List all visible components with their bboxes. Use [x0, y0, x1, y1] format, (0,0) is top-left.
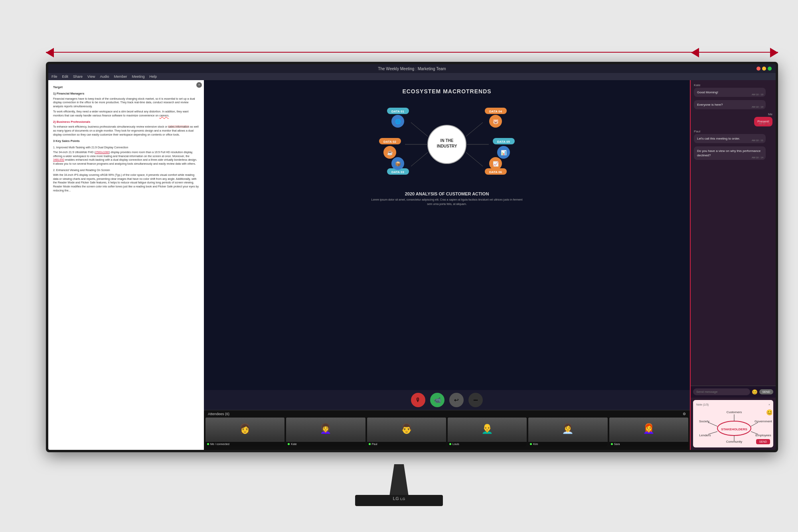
- svg-text:Government: Government: [755, 420, 772, 423]
- minimize-dot[interactable]: [762, 67, 766, 71]
- attendee-kim-face: 👩‍💼: [528, 418, 607, 440]
- attendee-paul-label: Paul: [367, 442, 446, 446]
- svg-text:😊: 😊: [766, 409, 772, 416]
- note-panel: Note (1/3) × 😊 STAKEHOLDERS Custome: [693, 400, 773, 447]
- resolution-link: 2560x1080: [95, 151, 109, 154]
- ksp2-text: With the 34-inch IPS display covering sR…: [53, 173, 199, 193]
- attendee-kate-label: Kate: [286, 442, 365, 446]
- presentation-area: ECOSYSTEM MACROTRENDS IN THE INDUSTRY: [204, 80, 690, 390]
- svg-text:IN THE: IN THE: [440, 138, 454, 143]
- menu-member[interactable]: Member: [114, 75, 127, 79]
- analysis-title: 2020 ANALYSIS OF CUSTOMER ACTION: [405, 191, 489, 196]
- menu-view[interactable]: View: [87, 75, 95, 79]
- doc-section1-title: 1) Financial Managers: [53, 92, 199, 96]
- attendee-sara-face: 👩‍🦰: [609, 418, 688, 440]
- analysis-text: Lorem ipsum dolor sit amet, consectetur …: [371, 198, 523, 206]
- arrow-line-full: [46, 52, 778, 53]
- attendee-paul-face: 👨: [367, 418, 446, 440]
- sub-arrow-line: [690, 52, 778, 53]
- attendees-grid: 👩 Me / connected 👩‍🦱 Kate: [204, 418, 690, 446]
- doc-section1-text: Financial managers have to keep track of…: [53, 97, 199, 108]
- svg-text:🌐: 🌐: [395, 118, 401, 124]
- lg-logo: LG LG: [393, 496, 405, 501]
- send-button[interactable]: SEND: [759, 389, 773, 394]
- document-panel: × Target 1) Financial Managers Financial…: [48, 80, 204, 450]
- ksp1-title: 1. Improved Multi-Tasking with 21:9 Dual…: [53, 146, 199, 150]
- menu-audio[interactable]: Audio: [100, 75, 109, 79]
- attendee-sara: 👩‍🦰 Sara: [609, 418, 688, 446]
- menu-edit[interactable]: Edit: [62, 75, 69, 79]
- chat-bubble-3: Present! AM 10 : 12: [754, 117, 772, 126]
- share-icon: ↩: [454, 397, 459, 403]
- more-button[interactable]: •••: [468, 393, 483, 407]
- attendee-kate: 👩‍🦱 Kate: [286, 418, 365, 446]
- doc-section2-title: 2) Business Professionals: [53, 120, 199, 124]
- chat-bubble-2: Everyone is here? AM 10 : 10: [694, 100, 766, 109]
- chat-sender-paul: Paul: [694, 130, 772, 133]
- menu-file[interactable]: File: [51, 75, 57, 79]
- more-icon: •••: [474, 398, 478, 402]
- chat-time-1: AM 10 : 10: [752, 93, 763, 96]
- svg-line-3: [411, 122, 428, 136]
- chat-msg-paul: Paul Let's call this meeting to order. A…: [694, 130, 772, 143]
- emoji-icon[interactable]: 😊: [752, 389, 758, 395]
- chat-time-4: AM 10 : 11: [752, 139, 763, 142]
- chat-input[interactable]: [693, 388, 750, 395]
- chat-msg-kate1: Kate Good Morning! AM 10 : 10: [694, 83, 772, 97]
- menu-meeting[interactable]: Meeting: [132, 75, 144, 79]
- doc-title: Target: [53, 85, 199, 89]
- chat-msg-me: Me Present! AM 10 : 12: [694, 112, 772, 126]
- infographic-diagram: IN THE INDUSTRY DATA 01: [363, 100, 531, 188]
- monitor-stand: [387, 464, 411, 496]
- svg-text:DATA 05: DATA 05: [497, 140, 510, 144]
- monitor-outer: The Weekly Meeting : Marketing Team File…: [46, 62, 778, 452]
- svg-text:📦: 📦: [395, 161, 401, 167]
- menu-share[interactable]: Share: [73, 75, 83, 79]
- svg-line-5: [411, 152, 428, 166]
- attendee-kim-label: Kim: [528, 442, 607, 446]
- svg-text:Customers: Customers: [727, 410, 742, 414]
- sub-arrow-right: [770, 48, 778, 57]
- slide-title: ECOSYSTEM MACROTRENDS: [402, 88, 491, 95]
- center-panel: ECOSYSTEM MACROTRENDS IN THE INDUSTRY: [204, 80, 690, 450]
- share-button[interactable]: ↩: [449, 393, 464, 407]
- svg-text:📈: 📈: [493, 161, 499, 167]
- attendee-louis-label: Louis: [448, 442, 527, 446]
- mic-button[interactable]: 🎙: [411, 393, 425, 407]
- menu-help[interactable]: Help: [150, 75, 157, 79]
- attendee-louis: 👨‍🦲 Louis: [448, 418, 527, 446]
- measurement-arrow: [46, 40, 778, 64]
- chat-sender-kate: Kate: [694, 83, 772, 87]
- doc-section2-text: To enhance work efficiency, business pro…: [53, 125, 199, 136]
- main-content: × Target 1) Financial Managers Financial…: [48, 80, 776, 450]
- meeting-controls: 🎙 📹 ↩ •••: [204, 390, 690, 410]
- svg-text:DATA 01: DATA 01: [391, 110, 404, 113]
- menu-bar: File Edit Share View Audio Member Meetin…: [48, 73, 776, 80]
- attendees-count: Attendees (6): [208, 412, 229, 416]
- attendee-sara-label: Sara: [609, 442, 688, 446]
- underlined-text: careers: [159, 114, 168, 117]
- note-send-button[interactable]: SEND: [756, 439, 770, 444]
- attendee-kate-face: 👩‍🦱: [286, 418, 365, 440]
- svg-line-43: [708, 432, 717, 434]
- note-close-button[interactable]: ×: [768, 403, 770, 406]
- svg-text:DATA 03: DATA 03: [391, 170, 404, 174]
- svg-line-47: [751, 432, 758, 434]
- status-dot-paul: [369, 443, 371, 445]
- attendee-kim: 👩‍💼 Kim: [528, 418, 607, 446]
- status-dot-sara: [611, 443, 613, 445]
- chat-time-3: AM 10 : 12: [758, 122, 770, 125]
- maximize-dot[interactable]: [768, 67, 772, 71]
- svg-line-8: [466, 152, 483, 166]
- ksp2-title: 2. Enhanced Viewing and Reading On Scree…: [53, 168, 199, 172]
- video-button[interactable]: 📹: [430, 393, 444, 407]
- doc-section3-title: 3 Key Sales Points: [53, 139, 199, 144]
- ksp1-text: The 34-inch 21:9 UltraWide FHD (2560x108…: [53, 150, 199, 166]
- status-dot-me: [207, 443, 209, 445]
- chat-time-2: AM 10 : 10: [752, 105, 763, 108]
- attendees-settings-icon[interactable]: ⚙: [683, 412, 686, 416]
- close-dot[interactable]: [757, 67, 760, 71]
- document-close-button[interactable]: ×: [196, 82, 202, 88]
- sub-arrow-left: [691, 48, 699, 57]
- note-content: 😊 STAKEHOLDERS Customers Society Governm…: [696, 408, 770, 444]
